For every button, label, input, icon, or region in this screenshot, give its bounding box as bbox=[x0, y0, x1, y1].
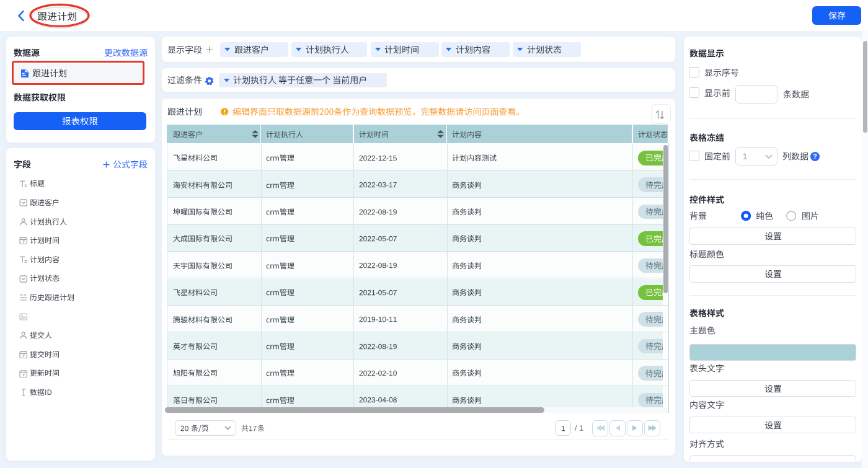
svg-text:?: ? bbox=[813, 152, 817, 160]
